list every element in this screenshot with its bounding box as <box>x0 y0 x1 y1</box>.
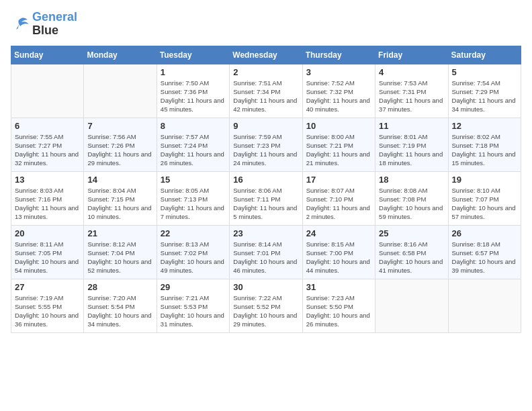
weekday-header-wednesday: Wednesday <box>230 46 302 64</box>
calendar-cell: 1Sunrise: 7:50 AM Sunset: 7:36 PM Daylig… <box>157 64 229 118</box>
day-number: 22 <box>161 228 226 238</box>
calendar-cell <box>84 64 157 118</box>
day-number: 13 <box>15 175 80 185</box>
calendar-cell: 4Sunrise: 7:53 AM Sunset: 7:31 PM Daylig… <box>375 64 448 118</box>
weekday-header-saturday: Saturday <box>448 46 521 64</box>
calendar-cell: 16Sunrise: 8:06 AM Sunset: 7:11 PM Dayli… <box>230 171 302 225</box>
day-info: Sunrise: 7:19 AM Sunset: 5:55 PM Dayligh… <box>15 293 80 329</box>
day-number: 18 <box>379 175 444 185</box>
calendar-cell: 26Sunrise: 8:18 AM Sunset: 6:57 PM Dayli… <box>448 225 521 279</box>
day-number: 24 <box>306 228 371 238</box>
day-info: Sunrise: 8:02 AM Sunset: 7:18 PM Dayligh… <box>452 132 517 168</box>
calendar-cell: 8Sunrise: 7:57 AM Sunset: 7:24 PM Daylig… <box>157 118 229 171</box>
day-number: 3 <box>306 67 371 77</box>
day-info: Sunrise: 7:51 AM Sunset: 7:34 PM Dayligh… <box>233 79 298 114</box>
calendar-cell: 12Sunrise: 8:02 AM Sunset: 7:18 PM Dayli… <box>448 118 521 171</box>
calendar-cell: 14Sunrise: 8:04 AM Sunset: 7:15 PM Dayli… <box>84 171 157 225</box>
calendar-cell: 19Sunrise: 8:10 AM Sunset: 7:07 PM Dayli… <box>448 171 521 225</box>
day-info: Sunrise: 8:04 AM Sunset: 7:15 PM Dayligh… <box>87 186 152 222</box>
day-number: 1 <box>161 67 226 77</box>
day-number: 30 <box>233 282 298 292</box>
calendar-cell <box>375 279 448 332</box>
day-number: 8 <box>161 121 226 131</box>
day-info: Sunrise: 8:08 AM Sunset: 7:08 PM Dayligh… <box>379 186 444 222</box>
calendar-week-row: 13Sunrise: 8:03 AM Sunset: 7:16 PM Dayli… <box>11 171 521 225</box>
day-info: Sunrise: 8:01 AM Sunset: 7:19 PM Dayligh… <box>379 132 444 168</box>
calendar-cell: 20Sunrise: 8:11 AM Sunset: 7:05 PM Dayli… <box>11 225 84 279</box>
day-info: Sunrise: 7:54 AM Sunset: 7:29 PM Dayligh… <box>452 79 517 114</box>
day-info: Sunrise: 8:18 AM Sunset: 6:57 PM Dayligh… <box>452 240 517 275</box>
day-info: Sunrise: 8:06 AM Sunset: 7:11 PM Dayligh… <box>233 186 298 222</box>
calendar-cell <box>448 279 521 332</box>
day-info: Sunrise: 7:55 AM Sunset: 7:27 PM Dayligh… <box>15 132 80 168</box>
calendar-cell: 21Sunrise: 8:12 AM Sunset: 7:04 PM Dayli… <box>84 225 157 279</box>
day-info: Sunrise: 8:03 AM Sunset: 7:16 PM Dayligh… <box>15 186 80 222</box>
calendar-cell: 13Sunrise: 8:03 AM Sunset: 7:16 PM Dayli… <box>11 171 84 225</box>
day-number: 16 <box>233 175 298 185</box>
calendar-cell: 6Sunrise: 7:55 AM Sunset: 7:27 PM Daylig… <box>11 118 84 171</box>
day-number: 9 <box>233 121 298 131</box>
calendar-week-row: 27Sunrise: 7:19 AM Sunset: 5:55 PM Dayli… <box>11 279 521 332</box>
logo: GeneralBlue <box>11 11 77 38</box>
day-info: Sunrise: 8:12 AM Sunset: 7:04 PM Dayligh… <box>87 240 152 275</box>
day-number: 7 <box>87 121 152 131</box>
logo-icon <box>11 15 30 34</box>
day-number: 17 <box>306 175 371 185</box>
weekday-header-thursday: Thursday <box>302 46 375 64</box>
calendar-cell: 2Sunrise: 7:51 AM Sunset: 7:34 PM Daylig… <box>230 64 302 118</box>
day-number: 28 <box>87 282 152 292</box>
logo-text: GeneralBlue <box>32 11 77 38</box>
day-number: 5 <box>452 67 517 77</box>
calendar-week-row: 20Sunrise: 8:11 AM Sunset: 7:05 PM Dayli… <box>11 225 521 279</box>
day-info: Sunrise: 7:23 AM Sunset: 5:50 PM Dayligh… <box>306 293 371 329</box>
calendar-week-row: 1Sunrise: 7:50 AM Sunset: 7:36 PM Daylig… <box>11 64 521 118</box>
day-info: Sunrise: 7:21 AM Sunset: 5:53 PM Dayligh… <box>161 293 226 329</box>
calendar-cell: 30Sunrise: 7:22 AM Sunset: 5:52 PM Dayli… <box>230 279 302 332</box>
calendar-cell: 23Sunrise: 8:14 AM Sunset: 7:01 PM Dayli… <box>230 225 302 279</box>
calendar-cell: 22Sunrise: 8:13 AM Sunset: 7:02 PM Dayli… <box>157 225 229 279</box>
calendar-cell <box>11 64 84 118</box>
day-info: Sunrise: 8:00 AM Sunset: 7:21 PM Dayligh… <box>306 132 371 168</box>
day-info: Sunrise: 8:05 AM Sunset: 7:13 PM Dayligh… <box>161 186 226 222</box>
page-header: GeneralBlue <box>11 11 521 38</box>
day-info: Sunrise: 7:20 AM Sunset: 5:54 PM Dayligh… <box>87 293 152 329</box>
day-number: 23 <box>233 228 298 238</box>
day-info: Sunrise: 8:13 AM Sunset: 7:02 PM Dayligh… <box>161 240 226 275</box>
day-info: Sunrise: 7:56 AM Sunset: 7:26 PM Dayligh… <box>87 132 152 168</box>
calendar-cell: 29Sunrise: 7:21 AM Sunset: 5:53 PM Dayli… <box>157 279 229 332</box>
day-number: 2 <box>233 67 298 77</box>
day-info: Sunrise: 8:14 AM Sunset: 7:01 PM Dayligh… <box>233 240 298 275</box>
calendar-cell: 31Sunrise: 7:23 AM Sunset: 5:50 PM Dayli… <box>302 279 375 332</box>
day-info: Sunrise: 8:10 AM Sunset: 7:07 PM Dayligh… <box>452 186 517 222</box>
day-number: 31 <box>306 282 371 292</box>
day-info: Sunrise: 7:50 AM Sunset: 7:36 PM Dayligh… <box>161 79 226 114</box>
calendar-cell: 9Sunrise: 7:59 AM Sunset: 7:23 PM Daylig… <box>230 118 302 171</box>
day-info: Sunrise: 8:15 AM Sunset: 7:00 PM Dayligh… <box>306 240 371 275</box>
weekday-header-row: SundayMondayTuesdayWednesdayThursdayFrid… <box>11 46 521 64</box>
calendar-cell: 24Sunrise: 8:15 AM Sunset: 7:00 PM Dayli… <box>302 225 375 279</box>
day-info: Sunrise: 7:22 AM Sunset: 5:52 PM Dayligh… <box>233 293 298 329</box>
day-number: 21 <box>87 228 152 238</box>
calendar-cell: 25Sunrise: 8:16 AM Sunset: 6:58 PM Dayli… <box>375 225 448 279</box>
day-info: Sunrise: 8:07 AM Sunset: 7:10 PM Dayligh… <box>306 186 371 222</box>
day-info: Sunrise: 7:52 AM Sunset: 7:32 PM Dayligh… <box>306 79 371 114</box>
day-number: 6 <box>15 121 80 131</box>
day-number: 19 <box>452 175 517 185</box>
calendar-cell: 28Sunrise: 7:20 AM Sunset: 5:54 PM Dayli… <box>84 279 157 332</box>
calendar-cell: 11Sunrise: 8:01 AM Sunset: 7:19 PM Dayli… <box>375 118 448 171</box>
day-number: 29 <box>161 282 226 292</box>
day-number: 25 <box>379 228 444 238</box>
calendar-cell: 3Sunrise: 7:52 AM Sunset: 7:32 PM Daylig… <box>302 64 375 118</box>
calendar-table: SundayMondayTuesdayWednesdayThursdayFrid… <box>11 46 521 333</box>
calendar-cell: 27Sunrise: 7:19 AM Sunset: 5:55 PM Dayli… <box>11 279 84 332</box>
day-number: 10 <box>306 121 371 131</box>
day-number: 26 <box>452 228 517 238</box>
day-info: Sunrise: 7:57 AM Sunset: 7:24 PM Dayligh… <box>161 132 226 168</box>
calendar-cell: 10Sunrise: 8:00 AM Sunset: 7:21 PM Dayli… <box>302 118 375 171</box>
day-number: 12 <box>452 121 517 131</box>
calendar-cell: 17Sunrise: 8:07 AM Sunset: 7:10 PM Dayli… <box>302 171 375 225</box>
day-number: 4 <box>379 67 444 77</box>
day-info: Sunrise: 8:11 AM Sunset: 7:05 PM Dayligh… <box>15 240 80 275</box>
day-number: 11 <box>379 121 444 131</box>
weekday-header-tuesday: Tuesday <box>157 46 229 64</box>
